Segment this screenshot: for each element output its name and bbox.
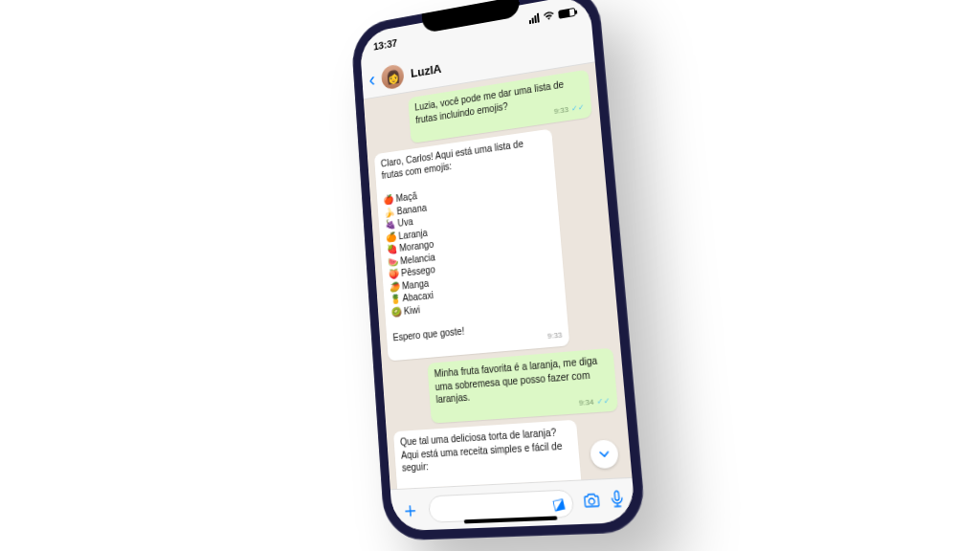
- svg-rect-0: [614, 491, 619, 500]
- contact-name[interactable]: LuzIA: [411, 61, 442, 80]
- sticker-icon[interactable]: ◪: [550, 495, 567, 513]
- screen: 13:37 ‹ 👩 LuzIA Lu: [359, 0, 635, 531]
- message-time: 9:33: [547, 331, 563, 342]
- chevron-down-icon: [597, 447, 612, 462]
- message-incoming[interactable]: Que tal uma deliciosa torta de laranja? …: [393, 420, 585, 489]
- message-time: 9:34: [578, 397, 594, 408]
- message-outgoing[interactable]: Minha fruta favorita é a laranja, me dig…: [427, 348, 618, 424]
- status-indicators: [528, 7, 575, 24]
- camera-icon[interactable]: [582, 492, 601, 513]
- wifi-icon: [543, 11, 555, 22]
- message-text: Claro, Carlos! Aqui está uma lista de fr…: [380, 134, 561, 343]
- message-incoming[interactable]: Claro, Carlos! Aqui está uma lista de fr…: [374, 128, 569, 361]
- avatar[interactable]: 👩: [381, 63, 405, 90]
- battery-icon: [558, 7, 575, 18]
- mic-icon[interactable]: [610, 490, 625, 513]
- signal-icon: [528, 13, 539, 25]
- stage: 13:37 ‹ 👩 LuzIA Lu: [0, 0, 980, 551]
- message-time: 9:33: [554, 105, 569, 118]
- phone-mockup: 13:37 ‹ 👩 LuzIA Lu: [350, 0, 647, 541]
- back-icon[interactable]: ‹: [368, 70, 376, 91]
- attach-icon[interactable]: ＋: [400, 498, 421, 520]
- read-check-icon: ✓✓: [571, 102, 586, 115]
- status-time: 13:37: [373, 37, 398, 53]
- messages-list[interactable]: Luzia, você pode me dar uma lista de fru…: [364, 62, 633, 489]
- phone-frame: 13:37 ‹ 👩 LuzIA Lu: [350, 0, 647, 541]
- message-text: Que tal uma deliciosa torta de laranja? …: [400, 426, 578, 490]
- read-check-icon: ✓✓: [596, 396, 611, 408]
